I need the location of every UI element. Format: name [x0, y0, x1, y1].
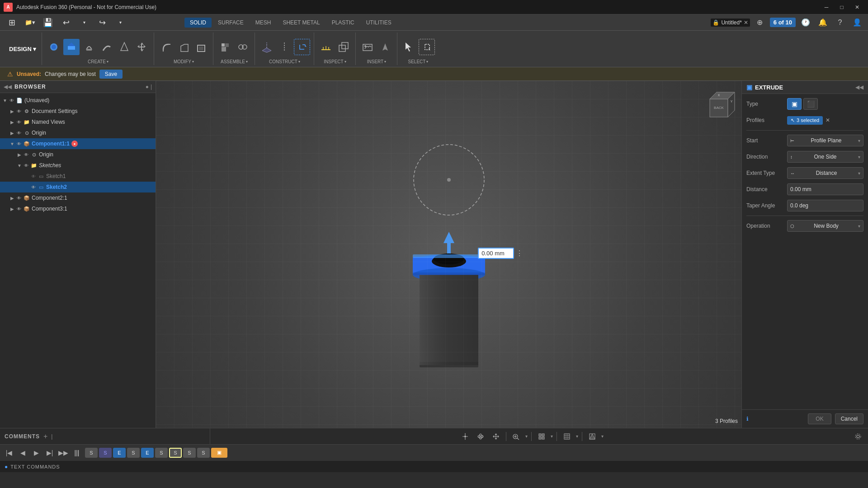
eye-icon-sketch2[interactable]: 👁: [30, 184, 37, 190]
start-dropdown[interactable]: ⊢ Profile Plane ▾: [787, 135, 863, 146]
timeline-item-3[interactable]: E: [113, 448, 126, 458]
tree-arrow-named-views[interactable]: ▶: [9, 119, 15, 125]
type-solid-button[interactable]: ▣: [787, 98, 802, 110]
profiles-selected-badge[interactable]: ↖ 3 selected: [787, 116, 823, 125]
zoom-controls[interactable]: [510, 430, 523, 443]
assemble-new-icon[interactable]: [217, 39, 233, 55]
chamfer-icon[interactable]: [175, 39, 192, 55]
browser-back-icon[interactable]: ◀◀: [4, 84, 12, 90]
timeline-item-10[interactable]: ▣: [211, 448, 227, 458]
display-mode-btn[interactable]: [535, 430, 548, 443]
fillet-icon[interactable]: [158, 39, 174, 55]
shell-icon[interactable]: [193, 39, 209, 55]
eye-icon-origin[interactable]: 👁: [16, 130, 22, 136]
text-commands-label[interactable]: TEXT COMMANDS: [10, 464, 60, 469]
move-icon[interactable]: [134, 39, 150, 55]
loft-icon[interactable]: [116, 39, 132, 55]
grid-arrow[interactable]: ▾: [576, 434, 578, 439]
eye-icon-comp2[interactable]: 👁: [16, 195, 22, 201]
decal-icon[interactable]: [377, 39, 393, 55]
tree-item-origin2[interactable]: ▶ 👁 ⊙ Origin: [0, 149, 156, 160]
info-icon[interactable]: ℹ: [746, 416, 749, 422]
redo-history-button[interactable]: ▾: [112, 14, 128, 31]
section-view-btn[interactable]: [586, 430, 599, 443]
grid-btn[interactable]: [561, 430, 573, 443]
distance-input-field[interactable]: [478, 248, 514, 259]
timeline-item-1[interactable]: S: [85, 448, 98, 458]
undo-button[interactable]: ↩: [58, 14, 74, 31]
tree-arrow-comp2[interactable]: ▶: [9, 195, 15, 201]
timeline-item-6[interactable]: S: [155, 448, 168, 458]
account-icon[interactable]: 👤: [850, 15, 864, 30]
eye-icon-sketches[interactable]: 👁: [23, 162, 29, 169]
tree-arrow-origin[interactable]: ▶: [9, 130, 15, 136]
utilities-tab[interactable]: UTILITIES: [361, 18, 397, 28]
timeline-next-button[interactable]: ▶|: [44, 447, 55, 458]
tree-item-sketch1[interactable]: 👁 ▭ Sketch1: [0, 171, 156, 182]
settings-icon[interactable]: [852, 430, 864, 443]
close-button[interactable]: ✕: [850, 1, 864, 14]
new-component-icon[interactable]: [46, 39, 62, 55]
eye-icon[interactable]: 👁: [9, 97, 15, 103]
select-cursor-icon[interactable]: [401, 39, 417, 55]
midplane-icon[interactable]: [276, 39, 292, 55]
tree-arrow-origin2[interactable]: ▶: [16, 151, 23, 158]
save-button[interactable]: 💾: [40, 14, 56, 31]
solid-tab[interactable]: SOLID: [184, 18, 212, 28]
undo-history-button[interactable]: ▾: [76, 14, 92, 31]
panel-expand-icon[interactable]: ◀◀: [855, 84, 863, 90]
distance-more-options[interactable]: ⋮: [516, 249, 523, 258]
file-menu-button[interactable]: 📁▾: [22, 14, 38, 31]
operation-dropdown[interactable]: ⬡ New Body ▾: [787, 220, 863, 232]
joint-icon[interactable]: [235, 39, 251, 55]
view-cube[interactable]: BACK X Y: [701, 85, 737, 122]
timeline-last-button[interactable]: ▶▶: [58, 447, 69, 458]
timeline-item-9[interactable]: S: [197, 448, 210, 458]
timeline-item-4[interactable]: S: [127, 448, 140, 458]
sweep-icon[interactable]: [99, 39, 115, 55]
sheet-metal-tab[interactable]: SHEET METAL: [277, 18, 325, 28]
tree-item-doc-settings[interactable]: ▶ 👁 ⚙ Document Settings: [0, 106, 156, 117]
help-icon[interactable]: ?: [833, 15, 847, 30]
extrude-icon[interactable]: [63, 39, 80, 55]
comments-pin-icon[interactable]: |: [51, 433, 52, 440]
extent-type-dropdown[interactable]: ↔ Distance ▾: [787, 167, 863, 179]
section-arrow[interactable]: ▾: [601, 434, 604, 439]
tree-arrow-unsaved[interactable]: ▼: [2, 97, 8, 103]
distance-field[interactable]: [787, 183, 863, 195]
revolve-icon[interactable]: [81, 39, 97, 55]
tree-arrow-sketches[interactable]: ▼: [16, 162, 23, 169]
timeline-first-button[interactable]: |◀: [4, 447, 14, 458]
minimize-button[interactable]: ─: [819, 1, 834, 14]
redo-button[interactable]: ↪: [94, 14, 110, 31]
tree-item-component1[interactable]: ▼ 👁 📦 Component1:1 ●: [0, 138, 156, 149]
viewport-grid-icon[interactable]: [459, 430, 472, 443]
close-file-icon[interactable]: ✕: [744, 19, 748, 26]
tree-arrow-comp3[interactable]: ▶: [9, 206, 15, 212]
tree-item-sketches[interactable]: ▼ 👁 📁 Sketches: [0, 160, 156, 171]
tree-item-sketch2[interactable]: 👁 ▭ Sketch2: [0, 182, 156, 192]
measure-icon[interactable]: [318, 39, 334, 55]
add-comment-icon[interactable]: +: [43, 432, 47, 441]
timeline-prev-button[interactable]: ◀: [17, 447, 28, 458]
taper-angle-field[interactable]: [787, 200, 863, 211]
display-arrow[interactable]: ▾: [551, 434, 553, 439]
timeline-item-7[interactable]: S: [169, 448, 182, 458]
tree-item-component3[interactable]: ▶ 👁 📦 Component3:1: [0, 203, 156, 214]
tree-arrow-doc-settings[interactable]: ▶: [9, 108, 15, 114]
interference-icon[interactable]: [335, 39, 352, 55]
timeline-item-2[interactable]: S: [99, 448, 112, 458]
maximize-button[interactable]: □: [835, 1, 849, 14]
eye-icon-doc[interactable]: 👁: [16, 108, 22, 114]
tree-item-unsaved[interactable]: ▼ 👁 📄 (Unsaved): [0, 95, 156, 106]
mesh-tab[interactable]: MESH: [250, 18, 277, 28]
design-dropdown-button[interactable]: DESIGN ▾: [4, 33, 42, 65]
pan-icon[interactable]: [490, 430, 502, 443]
profiles-clear-button[interactable]: ✕: [826, 117, 830, 123]
timeline-play-button[interactable]: ▶: [31, 447, 42, 458]
clock-icon[interactable]: 🕐: [798, 15, 813, 30]
tree-item-origin[interactable]: ▶ 👁 ⊙ Origin: [0, 127, 156, 138]
browser-pin-icon[interactable]: |: [151, 84, 152, 90]
tree-item-component2[interactable]: ▶ 👁 📦 Component2:1: [0, 192, 156, 203]
eye-icon-origin2[interactable]: 👁: [23, 151, 29, 158]
